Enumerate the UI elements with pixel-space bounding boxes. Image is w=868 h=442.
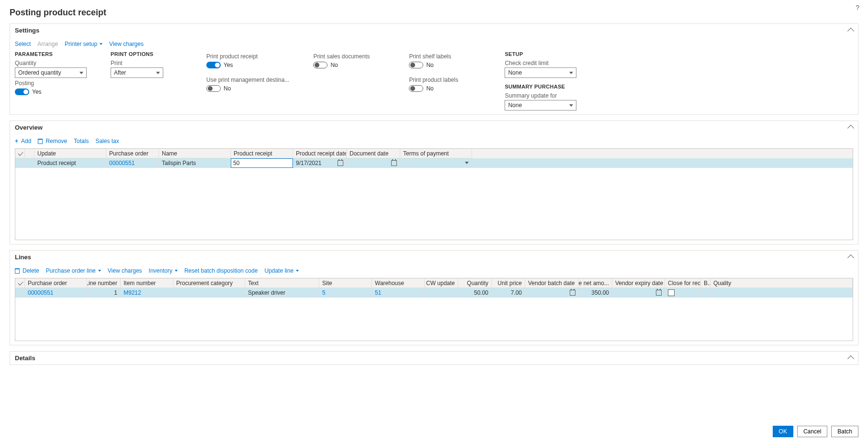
row-check[interactable] (15, 158, 25, 168)
purchase-order-line-button[interactable]: Purchase order line (46, 267, 101, 274)
view-charges-link[interactable]: View charges (109, 41, 144, 47)
upm-value: No (224, 85, 231, 92)
col-product-receipt-date[interactable]: Product receipt date (293, 149, 347, 158)
chevron-up-icon (847, 254, 854, 261)
overview-header[interactable]: Overview (10, 121, 858, 134)
col-check[interactable] (15, 278, 25, 288)
cell-line-number[interactable]: 1 (87, 288, 121, 298)
cell-line-net[interactable]: 350.00 (579, 288, 612, 298)
col-close-receipt[interactable]: Close for rec... (665, 278, 701, 288)
col-quality[interactable]: Quality (710, 278, 853, 288)
add-button[interactable]: Add (15, 138, 31, 144)
settings-title: Settings (15, 27, 39, 34)
cell-quantity[interactable]: 50.00 (458, 288, 492, 298)
totals-button[interactable]: Totals (74, 138, 89, 144)
col-check[interactable] (15, 149, 25, 158)
col-terms-payment[interactable]: Terms of payment (400, 149, 472, 158)
print-select[interactable]: After (111, 67, 163, 78)
print-sales-docs-toggle[interactable]: No (313, 62, 338, 68)
quantity-select[interactable]: Ordered quantity (15, 67, 87, 78)
sales-tax-button[interactable]: Sales tax (95, 138, 119, 144)
col-purchase-order[interactable]: Purchase order (106, 149, 159, 158)
cell-product-receipt[interactable]: 50 (231, 158, 293, 168)
row-check[interactable] (15, 288, 25, 298)
col-quantity[interactable]: Quantity (458, 278, 492, 288)
cell-quality[interactable] (710, 288, 853, 298)
settings-header[interactable]: Settings (10, 24, 858, 37)
col-text[interactable]: Text (245, 278, 319, 288)
cell-site[interactable]: 5 (319, 288, 372, 298)
print-sales-docs-label: Print sales documents (313, 53, 385, 60)
psd-value: No (330, 62, 338, 68)
cell-item-number[interactable]: M9212 (121, 288, 173, 298)
delete-button[interactable]: Delete (15, 267, 39, 274)
view-charges-button[interactable]: View charges (108, 267, 142, 274)
col-line-net[interactable]: Line net amo... (579, 278, 612, 288)
inv-label: Inventory (149, 267, 172, 274)
reset-batch-button[interactable]: Reset batch disposition code (184, 267, 258, 274)
inventory-button[interactable]: Inventory (149, 267, 178, 274)
cell-b[interactable] (701, 288, 710, 298)
col-item-number[interactable]: Item number (121, 278, 173, 288)
cell-document-date[interactable] (347, 158, 400, 168)
cell-unit-price[interactable]: 7.00 (492, 288, 525, 298)
summary-update-label: Summary update for (505, 92, 576, 99)
cell-vendor-batch-date[interactable] (525, 288, 579, 298)
cell-update[interactable]: Product receipt (34, 158, 106, 168)
calendar-icon[interactable] (656, 290, 662, 296)
lines-header[interactable]: Lines (10, 251, 858, 264)
remove-button[interactable]: Remove (38, 138, 67, 144)
help-icon[interactable]: ? (856, 4, 859, 11)
checkbox[interactable] (668, 289, 675, 296)
row-marker (25, 158, 34, 168)
cell-name[interactable]: Tailspin Parts (159, 158, 231, 168)
calendar-icon[interactable] (391, 160, 397, 166)
lines-row[interactable]: 00000551 1 M9212 Speaker driver 5 51 50.… (15, 288, 853, 298)
calendar-icon[interactable] (570, 290, 575, 296)
cell-purchase-order[interactable]: 00000551 (106, 158, 159, 168)
cell-vendor-expiry[interactable] (612, 288, 665, 298)
cell-close-receipt[interactable] (665, 288, 701, 298)
col-vendor-expiry[interactable]: Vendor expiry date (612, 278, 665, 288)
col-warehouse[interactable]: Warehouse (372, 278, 425, 288)
chevron-down-icon (98, 270, 101, 272)
col-b[interactable]: B... (701, 278, 710, 288)
col-vendor-batch-date[interactable]: Vendor batch date (525, 278, 579, 288)
overview-section: Overview Add Remove Totals Sales tax Upd… (10, 121, 858, 244)
print-shelf-labels-toggle[interactable]: No (409, 62, 433, 68)
check-credit-select[interactable]: None (505, 67, 576, 78)
posting-toggle[interactable]: Yes (15, 88, 42, 95)
select-link[interactable]: Select (15, 41, 31, 47)
col-procurement[interactable]: Procurement category (173, 278, 245, 288)
summary-update-select[interactable]: None (505, 100, 576, 110)
cell-text[interactable]: Speaker driver (245, 288, 319, 298)
print-product-receipt-toggle[interactable]: Yes (206, 62, 233, 68)
col-product-receipt[interactable]: Product receipt (231, 149, 293, 158)
col-po[interactable]: Purchase order (25, 278, 87, 288)
print-label: Print (111, 60, 182, 66)
cell-terms-payment[interactable] (400, 158, 472, 168)
cell-warehouse[interactable]: 51 (372, 288, 425, 298)
col-unit-price[interactable]: Unit price (492, 278, 525, 288)
print-product-labels-toggle[interactable]: No (409, 85, 433, 92)
col-name[interactable]: Name (159, 149, 231, 158)
cell-cw-update[interactable] (425, 288, 458, 298)
printer-setup-link[interactable]: Printer setup (65, 41, 102, 47)
overview-row[interactable]: Product receipt 00000551 Tailspin Parts … (15, 158, 853, 168)
col-update[interactable]: Update (34, 149, 106, 158)
psl-value: No (426, 62, 433, 68)
chevron-down-icon (465, 162, 469, 164)
col-document-date[interactable]: Document date (347, 149, 400, 158)
use-print-mgmt-toggle[interactable]: No (206, 85, 231, 92)
cell-po[interactable]: 00000551 (25, 288, 87, 298)
details-header[interactable]: Details (10, 352, 858, 365)
chevron-down-icon (100, 43, 102, 45)
col-site[interactable]: Site (319, 278, 372, 288)
cell-product-receipt-date[interactable]: 9/17/2021 (293, 158, 347, 168)
cell-procurement[interactable] (173, 288, 245, 298)
col-line-number[interactable]: Line number (87, 278, 121, 288)
calendar-icon[interactable] (338, 160, 343, 166)
update-line-button[interactable]: Update line (264, 267, 299, 274)
col-cw-update[interactable]: CW update (425, 278, 458, 288)
use-print-mgmt-label: Use print management destina... (206, 77, 289, 83)
